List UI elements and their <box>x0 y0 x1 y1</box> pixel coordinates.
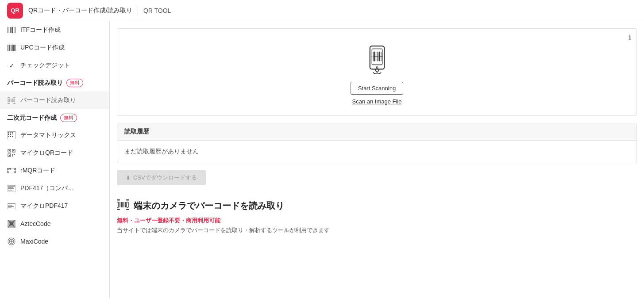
svg-rect-12 <box>15 45 15 51</box>
sidebar-item-check-digit[interactable]: ✓ チェックデジット <box>0 57 109 74</box>
svg-rect-14 <box>9 99 10 102</box>
sidebar-label-barcode-read: バーコード読み取り <box>20 96 76 104</box>
micro-qr-icon <box>7 149 16 157</box>
app-header: QR QRコード・バーコード作成/読み取り QR TOOL <box>0 0 644 21</box>
svg-rect-93 <box>127 202 128 207</box>
history-section: 読取履歴 まだ読取履歴がありません <box>117 123 637 163</box>
svg-rect-97 <box>126 209 129 210</box>
sidebar-item-barcode-read[interactable]: バーコード読み取り <box>0 92 109 109</box>
svg-rect-46 <box>10 169 11 170</box>
svg-rect-41 <box>7 168 16 173</box>
svg-rect-26 <box>8 134 9 135</box>
svg-rect-13 <box>8 99 8 102</box>
svg-rect-35 <box>13 150 14 151</box>
svg-rect-88 <box>117 202 119 207</box>
sidebar-label-micro-qr: マイクロQRコード <box>20 149 73 157</box>
bottom-section: 端末のカメラでバーコードを読み取り 無料・ユーザー登録不要・商用利用可能 当サイ… <box>110 192 644 234</box>
svg-rect-60 <box>8 203 15 204</box>
main-layout: ITFコード作成 UPCコード作成 ✓ チェックデジット バーコード読み取り <box>0 21 644 298</box>
svg-rect-11 <box>13 45 15 51</box>
rmqr-icon <box>7 166 16 175</box>
sidebar-item-micro-pdf417[interactable]: マイクロPDF417 <box>0 197 109 215</box>
sidebar-label-maxicode: MaxiCode <box>20 238 48 245</box>
history-header: 読取履歴 <box>117 123 636 141</box>
svg-rect-3 <box>11 27 12 33</box>
sidebar-item-upc-create[interactable]: UPCコード作成 <box>0 39 109 57</box>
svg-rect-9 <box>11 45 12 51</box>
maxicode-icon <box>7 237 16 246</box>
sidebar-item-aztec[interactable]: AztecCode <box>0 215 109 233</box>
svg-rect-38 <box>12 154 13 155</box>
svg-rect-55 <box>8 186 15 187</box>
info-icon[interactable]: ℹ <box>629 33 631 42</box>
svg-rect-33 <box>9 150 10 151</box>
start-scanning-button[interactable]: Start Scanning <box>351 82 403 95</box>
svg-rect-57 <box>8 188 14 189</box>
scanner-box: ℹ <box>117 28 637 116</box>
svg-rect-53 <box>15 172 15 172</box>
svg-rect-6 <box>15 27 15 33</box>
svg-rect-90 <box>121 202 123 207</box>
sidebar-item-micro-qr[interactable]: マイクロQRコード <box>0 144 109 162</box>
sidebar-label-rmqr: rMQRコード <box>20 167 55 175</box>
bottom-title-text: 端末のカメラでバーコードを読み取り <box>134 200 284 212</box>
svg-rect-63 <box>8 207 12 208</box>
csv-download-button[interactable]: ⬇ CSVでダウンロードする <box>117 170 206 185</box>
svg-rect-49 <box>15 169 15 169</box>
svg-rect-23 <box>8 132 9 133</box>
sidebar-section-2d-create: 二次元コード作成 無料 <box>0 109 109 126</box>
svg-rect-10 <box>12 45 13 51</box>
svg-rect-62 <box>8 206 14 207</box>
svg-rect-43 <box>8 169 8 169</box>
sidebar: ITFコード作成 UPCコード作成 ✓ チェックデジット バーコード読み取り <box>0 21 110 298</box>
scan-icon <box>7 96 16 105</box>
svg-rect-25 <box>12 132 13 133</box>
svg-rect-91 <box>123 202 124 207</box>
sidebar-label-check: チェックデジット <box>20 61 70 69</box>
phone-scan-illustration <box>361 43 393 75</box>
svg-rect-56 <box>8 187 13 188</box>
svg-rect-37 <box>9 155 10 156</box>
svg-rect-27 <box>10 134 11 135</box>
svg-rect-58 <box>8 190 12 191</box>
sidebar-item-rmqr[interactable]: rMQRコード <box>0 162 109 180</box>
sidebar-item-data-matrix[interactable]: データマトリックス <box>0 126 109 144</box>
scan-image-link[interactable]: Scan an Image File <box>352 98 401 105</box>
micro-pdf417-icon <box>7 202 16 210</box>
svg-rect-31 <box>12 136 13 137</box>
aztec-icon <box>7 219 16 228</box>
sidebar-label-aztec: AztecCode <box>20 220 50 227</box>
sidebar-label-data-matrix: データマトリックス <box>20 131 76 139</box>
sidebar-label-itf: ITFコード作成 <box>20 26 61 34</box>
svg-rect-17 <box>14 99 15 102</box>
history-empty-message: まだ読取履歴がありません <box>117 141 636 163</box>
svg-rect-29 <box>8 136 9 137</box>
svg-point-87 <box>376 67 378 69</box>
upc-barcode-icon <box>7 43 16 52</box>
sidebar-item-maxicode[interactable]: MaxiCode <box>0 233 109 250</box>
svg-rect-51 <box>8 172 8 172</box>
svg-rect-1 <box>9 27 9 33</box>
sidebar-item-itf-create[interactable]: ITFコード作成 <box>0 21 109 39</box>
pdf417-icon <box>7 184 16 193</box>
svg-rect-64 <box>10 222 13 225</box>
svg-rect-89 <box>120 202 120 207</box>
download-icon: ⬇ <box>126 175 131 181</box>
svg-rect-18 <box>8 97 10 98</box>
sidebar-item-pdf417[interactable]: PDF417（コンパ… <box>0 180 109 197</box>
svg-rect-16 <box>12 99 13 102</box>
bottom-description: 当サイトでは端末のカメラでバーコードを読取り・解析するツールが利用できます <box>117 226 637 234</box>
svg-rect-45 <box>10 168 11 169</box>
svg-rect-5 <box>14 27 14 33</box>
svg-rect-7 <box>8 45 8 51</box>
svg-rect-0 <box>8 27 8 33</box>
svg-rect-8 <box>9 45 10 51</box>
header-title: QRコード・バーコード作成/読み取り <box>28 7 132 15</box>
svg-rect-15 <box>11 99 12 102</box>
svg-point-76 <box>11 241 12 242</box>
badge-free-barcode: 無料 <box>66 79 83 87</box>
sidebar-label-micro-pdf417: マイクロPDF417 <box>20 202 68 210</box>
svg-rect-92 <box>125 202 126 207</box>
csv-download-label: CSVでダウンロードする <box>133 174 197 182</box>
free-notice: 無料・ユーザー登録不要・商用利用可能 <box>117 217 637 225</box>
